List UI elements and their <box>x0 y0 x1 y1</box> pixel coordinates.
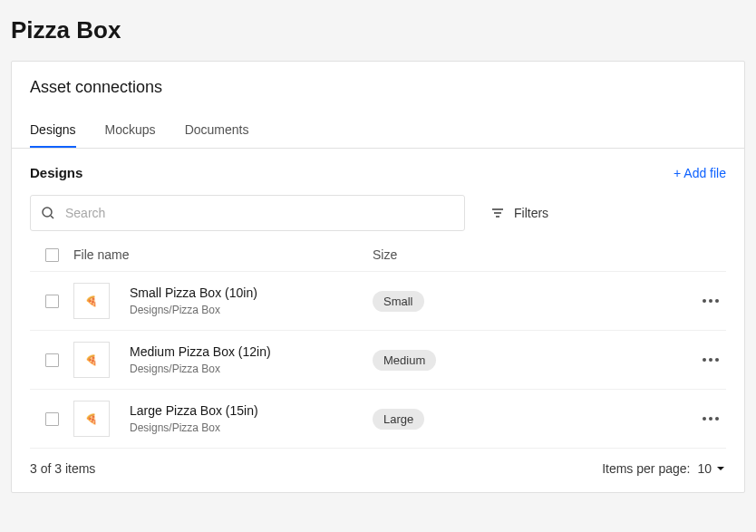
section-title: Designs <box>30 165 82 180</box>
card-title: Asset connections <box>12 78 744 101</box>
table-footer: 3 of 3 items Items per page: 10 <box>30 449 726 479</box>
file-thumbnail: 🍕 <box>73 283 110 319</box>
search-icon <box>41 206 55 220</box>
search-input[interactable] <box>30 195 465 231</box>
svg-point-0 <box>43 208 52 217</box>
filters-label: Filters <box>514 206 548 220</box>
search-wrap <box>30 195 465 231</box>
header-size: Size <box>373 247 608 262</box>
file-name: Small Pizza Box (10in) <box>130 285 257 300</box>
row-checkbox[interactable] <box>45 295 59 308</box>
designs-section: Designs + Add file Filters File name <box>12 149 744 492</box>
table-row: 🍕 Large Pizza Box (15in) Designs/Pizza B… <box>30 390 726 449</box>
file-name: Large Pizza Box (15in) <box>130 403 258 418</box>
tab-documents[interactable]: Documents <box>185 113 249 148</box>
filter-icon <box>490 206 505 220</box>
per-page-label: Items per page: <box>602 461 690 476</box>
table-header: File name Size <box>30 238 726 272</box>
designs-table: File name Size 🍕 Small Pizza Box (10in) … <box>30 238 726 449</box>
toolbar: Filters <box>30 195 726 231</box>
file-path: Designs/Pizza Box <box>130 421 258 434</box>
size-chip: Small <box>373 291 424 312</box>
row-more-button[interactable] <box>699 354 722 365</box>
row-more-button[interactable] <box>699 295 722 306</box>
asset-connections-card: Asset connections Designs Mockups Docume… <box>11 61 745 493</box>
svg-line-1 <box>51 216 53 218</box>
filters-button[interactable]: Filters <box>490 206 548 220</box>
per-page-control: Items per page: 10 <box>602 461 726 476</box>
file-path: Designs/Pizza Box <box>130 363 271 375</box>
row-checkbox[interactable] <box>45 353 59 367</box>
header-file-name: File name <box>73 247 373 262</box>
chevron-down-icon <box>715 463 726 474</box>
file-name: Medium Pizza Box (12in) <box>130 344 271 359</box>
per-page-select[interactable]: 10 <box>697 461 726 476</box>
tab-mockups[interactable]: Mockups <box>105 113 156 148</box>
size-chip: Large <box>373 409 424 430</box>
tab-designs[interactable]: Designs <box>30 113 76 148</box>
tabs-nav: Designs Mockups Documents <box>12 113 744 149</box>
size-chip: Medium <box>373 350 436 371</box>
file-thumbnail: 🍕 <box>73 342 110 378</box>
file-path: Designs/Pizza Box <box>130 304 257 316</box>
per-page-value: 10 <box>697 461 712 476</box>
select-all-checkbox[interactable] <box>45 248 59 262</box>
row-checkbox[interactable] <box>45 412 59 426</box>
section-header: Designs + Add file <box>30 165 726 180</box>
page-title: Pizza Box <box>11 0 745 61</box>
row-more-button[interactable] <box>699 413 722 424</box>
add-file-button[interactable]: + Add file <box>674 166 726 180</box>
item-count: 3 of 3 items <box>30 461 95 476</box>
table-row: 🍕 Medium Pizza Box (12in) Designs/Pizza … <box>30 331 726 390</box>
table-row: 🍕 Small Pizza Box (10in) Designs/Pizza B… <box>30 272 726 331</box>
file-thumbnail: 🍕 <box>73 401 110 437</box>
